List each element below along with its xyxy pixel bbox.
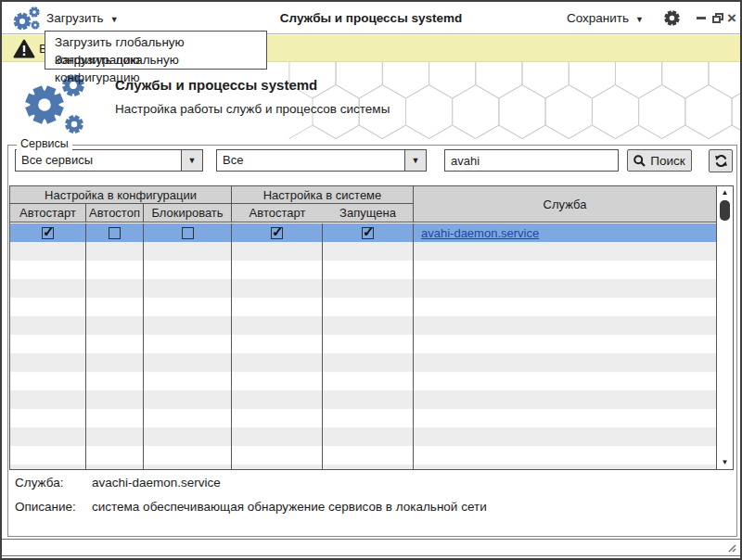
column-header-running[interactable]: Запущена	[323, 204, 414, 223]
status-bar	[2, 539, 740, 556]
column-header-autostop[interactable]: Автостоп	[86, 204, 144, 223]
warning-icon	[13, 39, 35, 58]
table-row-empty	[10, 298, 716, 316]
scrollbar-thumb[interactable]	[720, 200, 730, 221]
menu-item-load-global[interactable]: Загрузить глобальную конфигурацию	[45, 33, 266, 51]
table-row-empty	[10, 335, 716, 353]
detail-description-label: Описание:	[15, 500, 92, 514]
chevron-down-icon: ▼	[635, 13, 644, 24]
load-menu-button[interactable]: Загрузить ▼	[46, 2, 119, 34]
module-subtitle: Настройка работы служб и процессов систе…	[115, 102, 390, 116]
app-gears-icon	[11, 5, 43, 32]
refresh-icon	[714, 154, 728, 168]
close-icon: ×	[727, 9, 736, 28]
minimize-button[interactable]	[697, 2, 710, 34]
load-menu-label: Загрузить	[46, 11, 104, 25]
table-row-empty	[10, 465, 716, 470]
refresh-button[interactable]	[709, 149, 733, 172]
chevron-down-icon[interactable]: ▼	[181, 150, 202, 171]
minimize-icon	[697, 17, 706, 19]
load-dropdown-menu: Загрузить глобальную конфигурацию Загруз…	[45, 31, 267, 70]
settings-gear-icon[interactable]	[663, 9, 681, 27]
table-row-empty	[10, 390, 716, 409]
window-title: Службы и процессы systemd	[141, 2, 601, 34]
table-row-empty	[10, 372, 716, 390]
table-row-empty	[10, 353, 716, 372]
title-bar: Загрузить ▼ Службы и процессы systemd Со…	[2, 2, 740, 34]
table-row-empty	[10, 446, 716, 465]
checkbox-checked[interactable]	[271, 227, 283, 239]
save-menu-label: Сохранить	[567, 11, 629, 25]
resize-grip-icon[interactable]	[725, 541, 736, 553]
checkbox-unchecked[interactable]	[182, 227, 194, 239]
table-row-empty	[10, 261, 716, 279]
table-row-empty	[10, 316, 716, 335]
vertical-scrollbar[interactable]: ▲ ▼	[716, 186, 733, 469]
app-window: Загрузить ▼ Службы и процессы systemd Со…	[0, 0, 742, 560]
search-input[interactable]	[444, 149, 619, 172]
checkbox-checked[interactable]	[42, 227, 54, 239]
service-details: Служба: avachi-daemon.service Описание: …	[15, 476, 664, 524]
column-header-service[interactable]: Служба	[414, 186, 716, 223]
search-button-label: Поиск	[650, 154, 684, 168]
save-menu-button[interactable]: Сохранить ▼	[567, 2, 644, 34]
table-body: avahi-daemon.service	[10, 223, 716, 470]
table-header: Настройка в конфигурации Настройка в сис…	[10, 186, 716, 223]
scroll-up-icon[interactable]: ▲	[717, 186, 733, 199]
table-row-empty	[10, 279, 716, 298]
services-table: Настройка в конфигурации Настройка в сис…	[9, 185, 734, 470]
service-link[interactable]: avahi-daemon.service	[421, 226, 539, 240]
column-header-autostart-config[interactable]: Автостарт	[10, 204, 86, 223]
column-header-autostart-system[interactable]: Автостарт	[232, 204, 323, 223]
group-header-config[interactable]: Настройка в конфигурации	[10, 186, 232, 204]
column-header-block[interactable]: Блокировать	[144, 204, 232, 223]
chevron-down-icon: ▼	[110, 13, 119, 24]
table-row-empty	[10, 409, 716, 427]
maximize-button[interactable]	[712, 2, 725, 34]
service-filter-value: Все сервисы	[16, 150, 181, 171]
service-filter-select[interactable]: Все сервисы ▼	[15, 149, 203, 172]
table-row-empty	[10, 427, 716, 446]
detail-description-value: система обеспечивающая обнаружение серви…	[92, 500, 487, 514]
detail-service-value: avachi-daemon.service	[92, 476, 221, 490]
table-row[interactable]: avahi-daemon.service	[10, 223, 716, 242]
services-legend: Сервисы	[17, 137, 72, 150]
search-button[interactable]: Поиск	[627, 149, 692, 172]
menu-item-load-local[interactable]: Загрузить локальную конфигурацию	[45, 51, 266, 69]
detail-service-label: Служба:	[15, 476, 92, 490]
module-title: Службы и процессы systemd	[115, 77, 317, 93]
state-filter-value: Все	[217, 150, 404, 171]
table-row-empty	[10, 242, 716, 261]
state-filter-select[interactable]: Все ▼	[216, 149, 427, 172]
chevron-down-icon[interactable]: ▼	[404, 150, 426, 171]
close-button[interactable]: ×	[727, 2, 742, 34]
checkbox-checked[interactable]	[362, 227, 374, 239]
search-icon	[633, 155, 646, 167]
scroll-down-icon[interactable]: ▼	[717, 456, 733, 469]
group-header-system[interactable]: Настройка в системе	[232, 186, 414, 204]
checkbox-unchecked[interactable]	[109, 227, 121, 239]
